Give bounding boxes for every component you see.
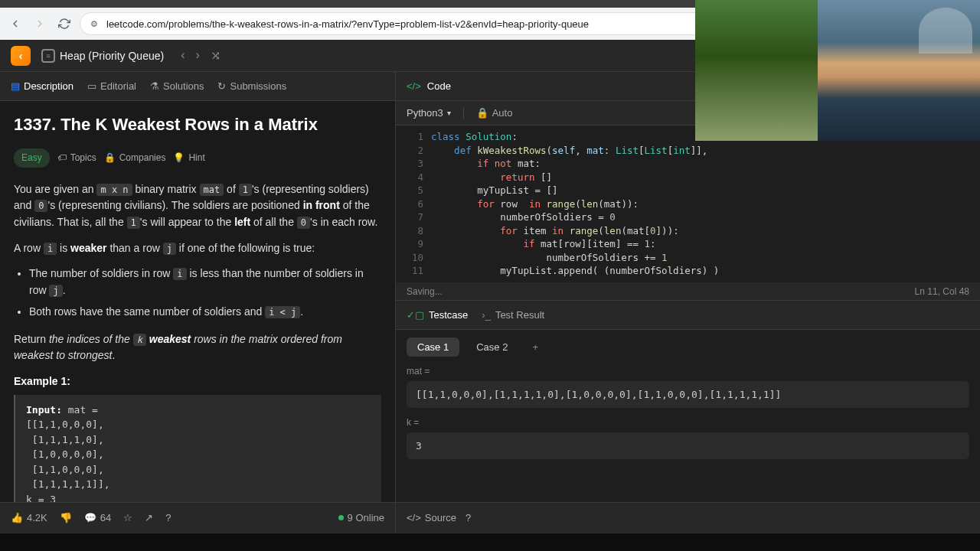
webcam-building (919, 8, 972, 54)
online-dot-icon (338, 515, 344, 520)
lock-icon: 🔒 (104, 151, 116, 165)
lock-icon: 🔒 (476, 107, 488, 119)
next-problem-button[interactable]: › (196, 48, 200, 63)
param-mat-value[interactable]: [[1,1,0,0,0],[1,1,1,1,0],[1,0,0,0,0],[1,… (407, 381, 969, 408)
star-icon: ☆ (123, 512, 132, 523)
desc-p1: You are given an m x n binary matrix mat… (14, 181, 381, 231)
case-1-tab[interactable]: Case 1 (407, 337, 459, 357)
tab-test-result[interactable]: ›_Test Result (482, 309, 544, 321)
webcam-overlay (695, 0, 980, 141)
comments-button[interactable]: 💬64 (84, 512, 111, 523)
description-icon: ▤ (11, 80, 20, 92)
clock-icon: ↻ (217, 80, 226, 92)
cursor-position: Ln 11, Col 48 (915, 286, 969, 297)
line-numbers: 1234567891011 (396, 126, 431, 282)
example1-label: Example 1: (14, 373, 381, 390)
example1-block: Input: mat = [[1,1,0,0,0], [1,1,1,1,0], … (14, 395, 381, 502)
list-icon: ≡ (41, 49, 55, 63)
desc-conditions: The number of soldiers in row i is less … (29, 266, 381, 320)
like-button[interactable]: 👍4.2K (11, 512, 47, 523)
bulb-icon: 💡 (173, 151, 185, 165)
description-content: 1337. The K Weakest Rows in a Matrix Eas… (0, 101, 395, 502)
description-panel: ▤Description ▭Editorial ⚗Solutions ↻Subm… (0, 72, 396, 533)
topic-badge[interactable]: ≡ Heap (Priority Queue) (41, 49, 164, 63)
test-footer: </>Source ? (396, 502, 980, 533)
site-settings-icon[interactable]: ⚙ (88, 18, 100, 30)
difficulty-badge: Easy (14, 148, 50, 168)
param-mat-label: mat = (407, 366, 969, 377)
thumbs-down-icon: 👎 (60, 512, 72, 523)
language-selector[interactable]: Python3▾ (407, 107, 451, 119)
shuffle-button[interactable]: ⤨ (211, 48, 220, 63)
url-text: leetcode.com/problems/the-k-weakest-rows… (106, 18, 589, 30)
case-tabs: Case 1 Case 2 + (407, 337, 969, 357)
flask-icon: ⚗ (150, 80, 159, 92)
check-icon: ✓▢ (407, 309, 424, 321)
chevron-down-icon: ▾ (447, 109, 451, 117)
test-content: Case 1 Case 2 + mat = [[1,1,0,0,0],[1,1,… (396, 330, 980, 502)
tab-solutions[interactable]: ⚗Solutions (150, 80, 204, 92)
comment-icon: 💬 (84, 512, 96, 523)
webcam-person (818, 0, 980, 141)
hint-tag[interactable]: 💡Hint (173, 148, 204, 168)
problem-nav: ‹ › ⤨ (181, 48, 220, 63)
code-editor[interactable]: 1234567891011 class Solution: def kWeake… (396, 126, 980, 282)
test-header: ✓▢Testcase ›_Test Result (396, 301, 980, 330)
terminal-icon: ›_ (482, 309, 491, 321)
desc-p2: A row i is weaker than a row j if one of… (14, 240, 381, 257)
code-panel: </> Code Python3▾ 🔒Auto 1234567891011 cl… (396, 72, 980, 533)
favorite-button[interactable]: ☆ (123, 512, 132, 523)
case-2-tab[interactable]: Case 2 (466, 337, 518, 357)
webcam-background-left (695, 0, 818, 141)
divider (463, 107, 464, 119)
companies-tag[interactable]: 🔒Companies (104, 148, 166, 168)
problem-title: 1337. The K Weakest Rows in a Matrix (14, 112, 381, 138)
os-dock-hint (0, 533, 980, 551)
online-indicator: 9 Online (338, 512, 384, 523)
saving-indicator: Saving... (407, 286, 443, 297)
tab-description[interactable]: ▤Description (11, 80, 74, 92)
add-case-button[interactable]: + (524, 337, 546, 357)
help-button[interactable]: ? (466, 512, 471, 523)
auto-toggle[interactable]: 🔒Auto (476, 107, 513, 119)
share-button[interactable]: ↗ (145, 512, 153, 523)
code-content[interactable]: class Solution: def kWeakestRows(self, m… (431, 126, 980, 282)
tab-submissions[interactable]: ↻Submissions (217, 80, 286, 92)
topic-name: Heap (Priority Queue) (60, 50, 164, 62)
book-icon: ▭ (87, 80, 96, 92)
code-icon: </> (407, 512, 421, 523)
forward-button[interactable] (31, 15, 49, 33)
source-button[interactable]: </>Source (407, 512, 456, 523)
prev-problem-button[interactable]: ‹ (181, 48, 185, 63)
desc-footer: 👍4.2K 👎 💬64 ☆ ↗ ? 9 Online (0, 502, 395, 533)
code-label: Code (427, 80, 451, 92)
share-icon: ↗ (145, 512, 153, 523)
topics-tag[interactable]: 🏷Topics (57, 148, 96, 168)
dislike-button[interactable]: 👎 (60, 512, 72, 523)
param-k-value[interactable]: 3 (407, 432, 969, 459)
reload-button[interactable] (55, 15, 74, 33)
feedback-button[interactable]: ? (165, 512, 171, 523)
code-icon: </> (407, 80, 421, 92)
param-k-label: k = (407, 417, 969, 428)
left-tabs: ▤Description ▭Editorial ⚗Solutions ↻Subm… (0, 72, 395, 101)
help-icon: ? (466, 512, 471, 523)
desc-p3: Return the indices of the k weakest rows… (14, 331, 381, 364)
back-button[interactable] (6, 15, 24, 33)
leetcode-logo[interactable]: ‹ (11, 46, 31, 66)
tab-editorial[interactable]: ▭Editorial (87, 80, 136, 92)
editor-status-bar: Saving... Ln 11, Col 48 (396, 282, 980, 301)
thumbs-up-icon: 👍 (11, 512, 23, 523)
tag-icon: 🏷 (57, 151, 67, 165)
help-icon: ? (165, 512, 171, 523)
tab-testcase[interactable]: ✓▢Testcase (407, 309, 468, 321)
